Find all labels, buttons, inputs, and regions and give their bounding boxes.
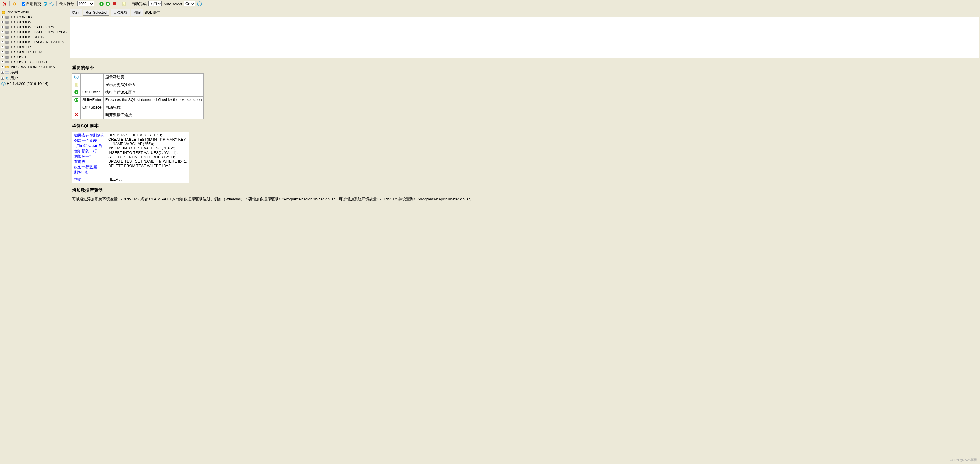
command-desc: 显示历史SQL命令 [103, 81, 204, 89]
expand-icon[interactable]: + [1, 46, 4, 48]
table-node[interactable]: +TB_ORDER [1, 44, 67, 49]
version-label: H2 1.4.200 (2019-10-14) [7, 81, 48, 86]
stop-icon[interactable] [112, 2, 117, 6]
main-panel: 执行 Run Selected 自动完成 清除 SQL 语句: 重要的命令 ?显… [68, 8, 980, 464]
table-node[interactable]: +TB_ORDER_ITEM [1, 49, 67, 54]
sql-input[interactable] [70, 17, 979, 58]
command-shortcut [81, 74, 103, 81]
table-node[interactable]: +TB_GOODS [1, 20, 67, 25]
toolbar: 自动提交 最大行数: 1000 自动完成 关闭 Auto select On ? [0, 0, 980, 8]
important-commands-heading: 重要的命令 [72, 65, 977, 70]
refresh-icon[interactable] [12, 2, 17, 6]
sample-link[interactable]: 增加另一行 [74, 154, 93, 159]
samples-table: 如果表存在删除它创建一个新表 用ID和NAME列增加新的一行增加另一行查询表改变… [72, 132, 189, 183]
table-node[interactable]: +TB_GOODS_CATEGORY [1, 25, 67, 30]
db-node[interactable]: jdbc:h2:./mall [1, 10, 67, 14]
table-node[interactable]: +TB_CONFIG [1, 14, 67, 20]
rollback-icon[interactable] [49, 2, 54, 6]
help-icon[interactable]: ? [197, 2, 202, 6]
sequences-label: 序列 [10, 70, 18, 75]
sample-link[interactable]: 创建一个新表 [74, 138, 97, 143]
expand-icon[interactable]: + [1, 60, 4, 63]
expand-icon[interactable]: + [1, 36, 4, 38]
table-icon [5, 25, 10, 29]
command-desc: 执行当前SQL语句 [103, 89, 204, 97]
run-button[interactable]: 执行 [70, 9, 82, 16]
command-shortcut [81, 111, 103, 119]
help-sql: HELP ... [107, 176, 189, 183]
sample-link[interactable]: 改变一行数据 [74, 165, 97, 169]
table-node[interactable]: +TB_GOODS_CATEGORY_TAGS [1, 30, 67, 35]
table-node[interactable]: +TB_GOODS_SCORE [1, 35, 67, 40]
expand-icon[interactable]: + [1, 26, 4, 29]
command-shortcut: Ctrl+Space [81, 104, 103, 111]
sample-link[interactable]: 增加新的一行 [74, 149, 97, 153]
table-node[interactable]: +TB_GOODS_TAGS_RELATION [1, 40, 67, 44]
command-icon[interactable]: ? [72, 74, 81, 81]
table-node[interactable]: +TB_USER_COLLECT [1, 59, 67, 64]
sample-link[interactable]: 如果表存在删除它 [74, 133, 105, 138]
svg-point-35 [77, 115, 78, 116]
expand-icon[interactable]: + [1, 51, 4, 53]
clear-button[interactable]: 清除 [131, 9, 143, 16]
command-icon[interactable] [72, 89, 81, 97]
svg-text:?: ? [199, 2, 200, 6]
expand-icon[interactable]: + [1, 41, 4, 43]
command-icon[interactable] [72, 111, 81, 119]
command-icon[interactable] [72, 97, 81, 104]
command-row: Ctrl+Enter执行当前SQL语句 [72, 89, 204, 97]
history-icon[interactable] [122, 2, 126, 6]
auto-complete-label: 自动完成 [131, 1, 146, 6]
run-selected-button[interactable]: Run Selected [83, 10, 110, 16]
auto-complete-select[interactable]: 关闭 [148, 1, 162, 6]
table-name: TB_CONFIG [10, 15, 32, 19]
expand-icon[interactable]: + [1, 65, 4, 68]
sample-row: 如果表存在删除它创建一个新表 用ID和NAME列增加新的一行增加另一行查询表改变… [72, 132, 189, 176]
drivers-text: 可以通过添加系统环境变量H2DRIVERS 或者 CLASSPATH 来增加数据… [72, 196, 977, 202]
run-icon[interactable] [99, 2, 104, 6]
sequence-icon [5, 70, 10, 74]
users-node[interactable]: + 用户 [1, 75, 67, 81]
auto-select-select[interactable]: On [184, 1, 196, 6]
expand-icon[interactable]: + [1, 71, 4, 74]
expand-icon[interactable]: + [1, 21, 4, 24]
schema-node[interactable]: + INFORMATION_SCHEMA [1, 64, 67, 69]
table-name: TB_ORDER [10, 45, 31, 49]
svg-rect-18 [6, 51, 9, 53]
db-url: jdbc:h2:./mall [7, 10, 29, 14]
max-rows-label: 最大行数: [59, 1, 75, 6]
command-shortcut: Shift+Enter [81, 97, 103, 104]
svg-rect-20 [6, 60, 9, 63]
table-node[interactable]: +TB_USER [1, 54, 67, 59]
table-icon [5, 50, 10, 54]
svg-rect-24 [8, 73, 9, 74]
table-name: TB_GOODS_SCORE [10, 35, 47, 39]
expand-icon[interactable]: + [1, 77, 4, 79]
commit-icon[interactable] [43, 2, 48, 6]
help-link[interactable]: 帮助 [74, 177, 82, 182]
svg-rect-17 [6, 46, 9, 48]
run-selected-icon[interactable] [106, 2, 110, 6]
expand-icon[interactable]: + [1, 31, 4, 33]
sample-link[interactable]: 删除一行 [74, 170, 89, 174]
command-row: 断开数据库连接 [72, 111, 204, 119]
command-icon[interactable] [72, 104, 81, 111]
sample-labels: 如果表存在删除它创建一个新表 用ID和NAME列增加新的一行增加另一行查询表改变… [72, 132, 107, 176]
auto-complete-button[interactable]: 自动完成 [111, 9, 130, 16]
sidebar: jdbc:h2:./mall +TB_CONFIG+TB_GOODS+TB_GO… [0, 8, 68, 464]
max-rows-select[interactable]: 1000 [77, 1, 94, 6]
command-row: ?显示帮助页 [72, 74, 204, 81]
expand-icon[interactable]: + [1, 16, 4, 18]
table-icon [5, 30, 10, 34]
table-icon [5, 60, 10, 64]
svg-point-26 [7, 77, 8, 78]
command-shortcut [81, 81, 103, 89]
sample-link[interactable]: 查询表 [74, 159, 86, 164]
command-icon[interactable] [72, 81, 81, 89]
sample-link[interactable]: 用ID和NAME列 [74, 144, 102, 148]
svg-point-2 [44, 2, 47, 5]
expand-icon[interactable]: + [1, 56, 4, 58]
auto-commit-checkbox[interactable]: 自动提交 [22, 1, 41, 6]
disconnect-icon[interactable] [2, 2, 7, 6]
sequences-node[interactable]: + 序列 [1, 69, 67, 75]
